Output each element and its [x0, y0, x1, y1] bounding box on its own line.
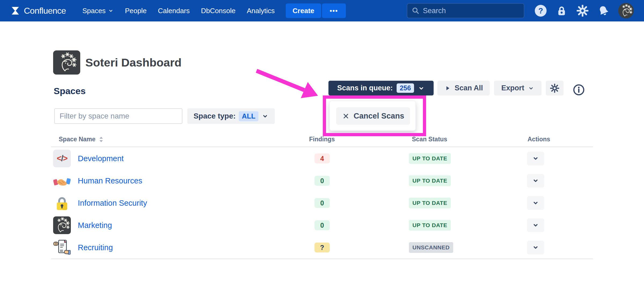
soteri-face-icon — [56, 52, 78, 73]
column-actions: Actions — [528, 136, 550, 143]
column-findings: Findings — [309, 136, 335, 143]
gear-icon — [577, 5, 588, 17]
navbar-icon-group: ? — [535, 3, 634, 19]
table-row-marketing: Marketing 0 UP TO DATE — [51, 214, 593, 236]
space-filter-input[interactable] — [54, 108, 182, 124]
scan-all-button[interactable]: Scan All — [437, 81, 490, 95]
bell-icon — [595, 3, 612, 19]
nav-item-people[interactable]: People — [119, 7, 152, 15]
space-link-human-resources[interactable]: Human Resources — [78, 176, 142, 185]
space-type-dropdown[interactable]: Space type: ALL — [187, 108, 275, 124]
export-button[interactable]: Export — [494, 81, 541, 95]
row-actions-button[interactable] — [527, 174, 544, 187]
findings-badge: 0 — [314, 198, 330, 208]
chevron-down-icon — [418, 85, 425, 92]
chevron-down-icon — [532, 177, 539, 184]
scans-queue-dropdown: Cancel Scans — [329, 101, 416, 131]
avatar-face-icon — [619, 4, 633, 18]
gear-icon — [550, 84, 559, 93]
queue-count-badge: 256 — [397, 83, 414, 93]
scan-status-badge: UNSCANNED — [409, 242, 453, 253]
findings-badge: ? — [314, 242, 330, 252]
findings-badge: 0 — [314, 176, 330, 186]
top-navbar: Confluence Spaces People Calendars DbCon… — [0, 0, 644, 21]
brand-name: Confluence — [24, 6, 66, 16]
code-icon: </> — [53, 150, 71, 167]
scan-status-badge: UP TO DATE — [409, 175, 451, 186]
row-actions-button[interactable] — [527, 241, 544, 254]
scan-status-badge: UP TO DATE — [409, 220, 451, 231]
table-header: Space Name Findings Scan Status Actions — [0, 136, 644, 145]
nav-item-spaces[interactable]: Spaces — [77, 7, 119, 15]
user-avatar[interactable] — [618, 3, 634, 19]
space-type-label: Space type: — [193, 112, 236, 120]
confluence-mark-icon — [10, 6, 20, 16]
chevron-down-icon — [532, 222, 539, 229]
help-button[interactable]: ? — [535, 5, 547, 17]
space-link-information-security[interactable]: Information Security — [78, 198, 147, 207]
row-actions-button[interactable] — [527, 152, 544, 165]
dashboard-settings-button[interactable] — [546, 81, 564, 95]
column-space-name[interactable]: Space Name — [59, 136, 104, 143]
play-icon — [444, 85, 451, 92]
table-row-recruiting: Recruiting ? UNSCANNED — [51, 236, 593, 259]
nav-item-dbconsole[interactable]: DbConsole — [195, 7, 241, 15]
global-search — [407, 3, 524, 18]
row-actions-button[interactable] — [527, 218, 544, 232]
chevron-down-icon — [532, 155, 539, 162]
scans-in-queue-label: Scans in queue: — [337, 84, 393, 92]
table-bottom-divider — [51, 259, 593, 259]
more-actions-button[interactable]: ••• — [322, 3, 346, 18]
scan-status-badge: UP TO DATE — [409, 198, 451, 208]
findings-badge: 4 — [314, 153, 330, 163]
search-icon — [412, 7, 420, 15]
question-mark-icon: ? — [535, 5, 547, 17]
soteri-face-icon — [53, 216, 71, 234]
row-actions-button[interactable] — [527, 196, 544, 210]
nav-item-analytics[interactable]: Analytics — [241, 7, 280, 15]
scans-in-queue-button[interactable]: Scans in queue: 256 — [328, 81, 434, 95]
cancel-scans-button[interactable]: Cancel Scans — [336, 107, 410, 125]
chevron-down-icon — [532, 200, 539, 206]
notifications-button[interactable] — [597, 5, 610, 17]
confluence-page: Confluence Spaces People Calendars DbCon… — [0, 0, 644, 288]
table-row-development: </> Development 4 UP TO DATE — [51, 147, 593, 169]
padlock-icon — [53, 194, 71, 212]
spaces-heading: Spaces — [54, 86, 86, 96]
info-icon[interactable] — [573, 84, 585, 96]
confluence-logo[interactable]: Confluence — [10, 6, 66, 16]
handshake-icon — [53, 172, 71, 190]
admin-lock-button[interactable] — [555, 5, 568, 17]
page-title: Soteri Dashboard — [85, 56, 181, 69]
space-type-value: ALL — [239, 111, 258, 121]
chevron-down-icon — [528, 85, 534, 91]
table-row-human-resources: Human Resources 0 UP TO DATE — [51, 169, 593, 192]
close-icon — [342, 112, 350, 120]
soteri-app-logo — [53, 50, 80, 75]
nav-item-calendars[interactable]: Calendars — [152, 7, 196, 15]
column-scan-status: Scan Status — [412, 136, 447, 143]
findings-badge: 0 — [314, 220, 330, 230]
space-link-marketing[interactable]: Marketing — [78, 221, 112, 230]
scan-status-badge: UP TO DATE — [409, 153, 451, 164]
space-link-recruiting[interactable]: Recruiting — [78, 243, 113, 252]
sort-icon — [98, 136, 104, 143]
document-hands-icon — [53, 239, 71, 256]
search-input[interactable] — [423, 7, 514, 15]
create-button[interactable]: Create — [286, 3, 321, 18]
ellipsis-icon: ••• — [330, 7, 338, 14]
chevron-down-icon — [262, 113, 269, 120]
space-link-development[interactable]: Development — [78, 154, 124, 163]
settings-button[interactable] — [576, 5, 589, 17]
chevron-down-icon — [532, 244, 539, 251]
chevron-down-icon — [108, 8, 114, 14]
table-row-information-security: Information Security 0 UP TO DATE — [51, 192, 593, 214]
lock-icon — [556, 5, 567, 16]
